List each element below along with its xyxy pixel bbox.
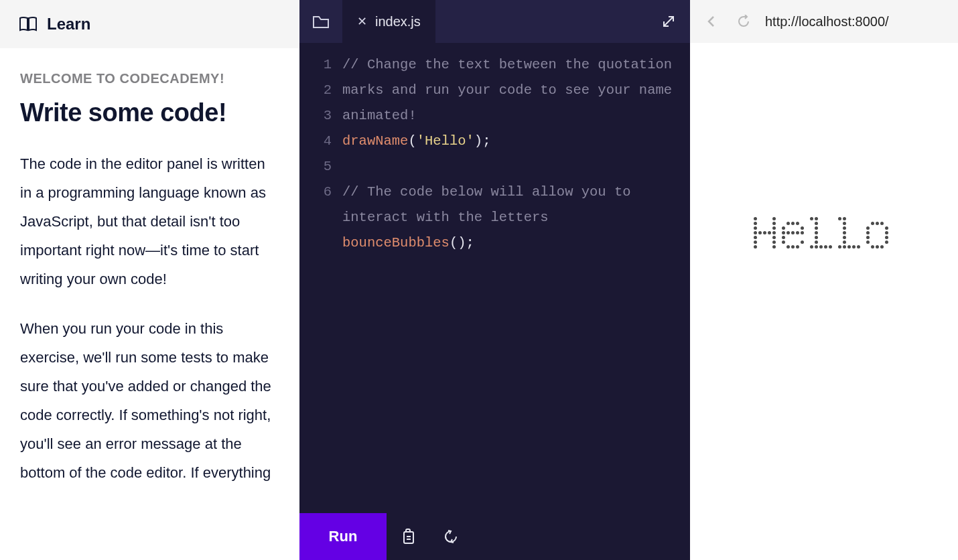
- code-content[interactable]: // Change the text between the quotation…: [342, 52, 690, 513]
- reset-button[interactable]: [429, 513, 472, 560]
- lesson-eyebrow: WELCOME TO CODECADEMY!: [20, 71, 279, 86]
- line-gutter: 1 2 3 4 5 6: [299, 52, 342, 513]
- code-punc: ();: [450, 235, 474, 251]
- line-number: 6: [299, 180, 332, 205]
- expand-editor-button[interactable]: [647, 0, 690, 43]
- lesson-paragraph-2: When you run your code in this exercise,…: [20, 315, 279, 487]
- back-button[interactable]: [697, 7, 726, 36]
- code-comment: // Change the text between the quotation…: [342, 57, 680, 123]
- code-punc: );: [474, 133, 491, 149]
- lesson-title: Write some code!: [20, 98, 279, 127]
- tab-filename: index.js: [375, 14, 421, 29]
- book-icon: [19, 16, 38, 32]
- code-punc: (: [408, 133, 416, 149]
- code-fn: bounceBubbles: [342, 235, 450, 251]
- preview-viewport[interactable]: Hello: [690, 43, 958, 560]
- learn-header: Learn: [0, 0, 299, 48]
- editor-tabs: ✕ index.js: [299, 0, 690, 43]
- code-fn: drawName: [342, 133, 408, 149]
- run-button[interactable]: Run: [299, 513, 387, 560]
- svg-rect-0: [404, 532, 413, 543]
- url-text: http://localhost:8000/: [765, 14, 889, 29]
- code-editor[interactable]: 1 2 3 4 5 6 // Change the text between t…: [299, 43, 690, 513]
- lesson-body: WELCOME TO CODECADEMY! Write some code! …: [0, 48, 299, 532]
- browser-toolbar: http://localhost:8000/: [690, 0, 958, 43]
- preview-output: Hello: [754, 217, 894, 250]
- file-explorer-button[interactable]: [299, 0, 342, 43]
- line-number: 1: [299, 52, 332, 78]
- lesson-paragraph-1: The code in the editor panel is written …: [20, 150, 279, 293]
- close-tab-icon[interactable]: ✕: [357, 14, 367, 29]
- copy-button[interactable]: [387, 513, 429, 560]
- code-string: 'Hello': [417, 133, 474, 149]
- line-number: 3: [299, 103, 332, 129]
- line-number: 2: [299, 78, 332, 103]
- browser-panel: http://localhost:8000/ Hello: [690, 0, 958, 560]
- reload-button[interactable]: [729, 7, 758, 36]
- url-bar[interactable]: http://localhost:8000/: [761, 8, 951, 35]
- editor-panel: ✕ index.js 1 2 3 4 5 6 //: [299, 0, 690, 560]
- editor-tab-indexjs[interactable]: ✕ index.js: [342, 0, 435, 43]
- line-number: 4: [299, 129, 332, 154]
- learn-label: Learn: [47, 15, 90, 33]
- code-comment: // The code below will allow you to inte…: [342, 184, 639, 225]
- editor-toolbar: Run: [299, 513, 690, 560]
- line-number: 5: [299, 154, 332, 180]
- instructions-panel: Learn WELCOME TO CODECADEMY! Write some …: [0, 0, 299, 560]
